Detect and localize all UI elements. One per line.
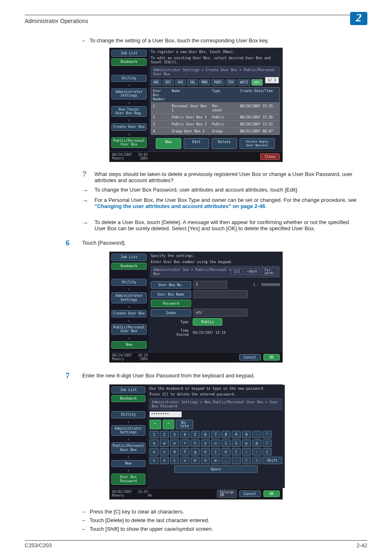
sb-public-personal-button[interactable]: Public/Personal User Box — [111, 137, 147, 148]
key-,[interactable]: , — [221, 457, 231, 464]
key-n[interactable]: n — [201, 457, 210, 464]
ok-button[interactable]: OK — [263, 354, 280, 361]
ok-button[interactable]: OK — [263, 490, 280, 497]
key-a[interactable]: a — [150, 448, 159, 456]
sb-new-button[interactable]: New — [111, 460, 145, 467]
sb-job-list-button[interactable]: Job List — [111, 386, 145, 393]
forward-button[interactable]: For- ward→ — [262, 268, 277, 276]
label-index[interactable]: Index — [151, 309, 191, 317]
tab-def[interactable]: DEF — [163, 79, 173, 86]
table-row[interactable]: 1 Personal User Box 1 Per- sonal 08/20/2… — [151, 102, 279, 113]
key-c[interactable]: c — [170, 457, 179, 464]
new-button[interactable]: New — [156, 138, 181, 149]
key-:[interactable]: : — [252, 448, 261, 456]
cursor-left-button[interactable]: ← — [150, 420, 161, 429]
key-o[interactable]: o — [232, 439, 241, 447]
tab-abc[interactable]: ABC — [151, 79, 161, 86]
sb-job-list-button[interactable]: Job List — [111, 254, 147, 261]
key-g[interactable]: g — [191, 448, 200, 456]
key-^[interactable]: ^ — [263, 431, 272, 438]
tab-tuv[interactable]: TUV — [226, 79, 236, 86]
key-j[interactable]: j — [211, 448, 220, 456]
cancel-button[interactable]: Cancel — [239, 490, 261, 497]
key-s[interactable]: s — [160, 448, 169, 456]
sb-utility-button[interactable]: Utility — [111, 279, 147, 286]
key-r[interactable]: r — [180, 439, 189, 447]
changing-attributes-link[interactable]: "Changing the user attributes and accoun… — [95, 203, 265, 209]
tab-ghi[interactable]: GHI — [175, 79, 186, 86]
value-user-box-no[interactable]: 5 — [194, 281, 227, 289]
key-/[interactable]: / — [242, 457, 251, 464]
sb-public-personal-button[interactable]: Public/Personal User Box — [111, 324, 147, 335]
key-v[interactable]: v — [180, 457, 189, 464]
table-row[interactable]: 2 Public User Box 1 Public 08/20/2007 15… — [151, 113, 279, 120]
tab-etc[interactable]: etc — [251, 79, 262, 86]
key-e[interactable]: e — [170, 439, 179, 447]
sb-create-box-button[interactable]: Create User Box — [111, 310, 147, 317]
key-0[interactable]: 0 — [242, 431, 251, 438]
key-w[interactable]: w — [160, 439, 169, 447]
shift-key[interactable]: Shift — [263, 457, 282, 464]
enlarge-toggle[interactable]: Enlarge ON — [217, 490, 237, 498]
key-b[interactable]: b — [191, 457, 200, 464]
key-3[interactable]: 3 — [170, 431, 179, 438]
key-z[interactable]: z — [150, 457, 159, 464]
key-;[interactable]: ; — [242, 448, 251, 456]
label-password[interactable]: Password — [151, 300, 191, 307]
key-i[interactable]: i — [221, 439, 231, 447]
tab-wxyz[interactable]: WXYZ — [238, 79, 250, 86]
sb-onetouch-button[interactable]: One-Touch/ User Box Reg. — [111, 106, 147, 117]
key-@[interactable]: @ — [252, 439, 261, 447]
cursor-right-button[interactable]: → — [163, 420, 174, 429]
key-q[interactable]: q — [150, 439, 159, 447]
key-k[interactable]: k — [221, 448, 231, 456]
key-p[interactable]: p — [242, 439, 251, 447]
tab-pqrs[interactable]: PQRS — [211, 79, 224, 86]
key-9[interactable]: 9 — [232, 431, 241, 438]
sb-admin-button[interactable]: Administrator Settings — [111, 88, 147, 99]
delete-empty-button[interactable]: Delete Empty User Box(es) — [240, 138, 275, 149]
key-.[interactable]: . — [232, 457, 241, 464]
sb-bookmark-button[interactable]: Bookmark — [111, 263, 147, 270]
key-u[interactable]: u — [211, 439, 220, 447]
key-5[interactable]: 5 — [191, 431, 200, 438]
key-\[interactable]: \ — [252, 457, 261, 464]
key-][interactable]: ] — [263, 448, 272, 456]
cancel-button[interactable]: Cancel — [239, 354, 261, 361]
key-8[interactable]: 8 — [221, 431, 231, 438]
sb-public-personal-button[interactable]: Public/Personal User Box — [111, 442, 145, 453]
sb-create-box-button[interactable]: Create User Box — [111, 123, 147, 130]
value-type[interactable]: Public — [193, 318, 222, 326]
key-1[interactable]: 1 — [150, 431, 159, 438]
key-y[interactable]: y — [201, 439, 210, 447]
key--[interactable]: - — [252, 431, 261, 438]
key-x[interactable]: x — [160, 457, 169, 464]
password-input[interactable]: ******** — [150, 412, 182, 417]
key-l[interactable]: l — [232, 448, 241, 456]
delete-char-button[interactable]: De- lete — [176, 420, 193, 429]
sb-new-button[interactable]: New — [111, 341, 147, 348]
key-f[interactable]: f — [180, 448, 189, 456]
sb-admin-button[interactable]: Administrator Settings — [111, 292, 147, 303]
key-m[interactable]: m — [211, 457, 220, 464]
key-t[interactable]: t — [191, 439, 200, 447]
back-button[interactable]: ←Back — [244, 268, 260, 275]
edit-button[interactable]: Edit — [184, 138, 209, 149]
key-4[interactable]: 4 — [180, 431, 189, 438]
key-d[interactable]: d — [170, 448, 179, 456]
table-row[interactable]: 4 Group User Box 1 Group 08/21/2007 08:0… — [151, 127, 279, 134]
sb-bookmark-button[interactable]: Bookmark — [111, 58, 147, 65]
key-h[interactable]: h — [201, 448, 210, 456]
label-user-box-name[interactable]: User Box Name — [151, 291, 191, 298]
key-6[interactable]: 6 — [201, 431, 210, 438]
close-button[interactable]: Close — [260, 153, 280, 160]
sb-job-list-button[interactable]: Job List — [111, 50, 147, 57]
sb-admin-button[interactable]: Administrator Settings — [111, 425, 145, 436]
sb-utility-button[interactable]: Utility — [111, 75, 147, 82]
tab-jkl[interactable]: JKL — [187, 79, 198, 86]
sb-utility-button[interactable]: Utility — [111, 411, 145, 418]
key-7[interactable]: 7 — [211, 431, 220, 438]
sb-user-box-password-button[interactable]: User Box Password — [111, 474, 145, 485]
key-2[interactable]: 2 — [160, 431, 169, 438]
tab-mno[interactable]: MNO — [199, 79, 210, 86]
